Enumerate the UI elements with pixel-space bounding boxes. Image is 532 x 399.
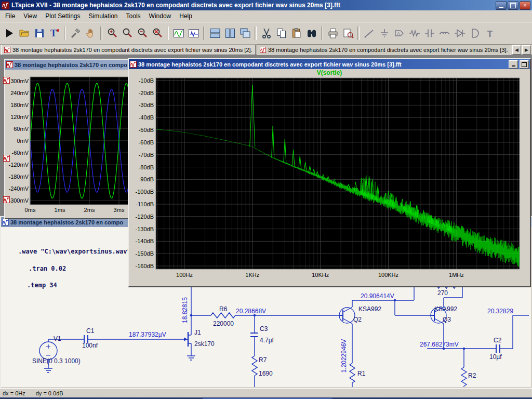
toolbar-print-button[interactable] — [325, 26, 340, 41]
minimize-button[interactable] — [496, 1, 507, 10]
menu-plot-settings[interactable]: Plot Settings — [41, 11, 84, 21]
open-icon — [18, 27, 31, 39]
text-tool-icon: T — [48, 27, 61, 39]
menu-file[interactable]: File — [1, 11, 19, 21]
toolbar-tile-vertical-button[interactable] — [222, 26, 237, 41]
toolbar-text-button[interactable]: T — [482, 26, 497, 41]
toolbar-zoom-cancel-button[interactable] — [150, 26, 165, 41]
copy-icon — [275, 27, 288, 39]
toolbar-net-label-button[interactable]: A — [392, 26, 407, 41]
tab-1[interactable]: 38 montage hephaistos 2sk170 en compodan… — [1, 45, 256, 55]
svg-text:20.28668V: 20.28668V — [236, 308, 266, 315]
svg-text:-160dB: -160dB — [136, 263, 154, 269]
svg-text:20.32829: 20.32829 — [487, 308, 513, 315]
plot-doc-icon — [6, 61, 13, 68]
titlebar[interactable]: LTspice XVII - 38 montage hephaistos 2sk… — [0, 0, 532, 10]
save-icon — [33, 27, 46, 39]
svg-text:R1: R1 — [357, 370, 366, 377]
svg-text:20.906414V: 20.906414V — [361, 292, 394, 300]
toolbar-pan-button[interactable] — [83, 26, 98, 41]
menu-tools[interactable]: Tools — [122, 11, 145, 21]
toolbar-wire-button[interactable] — [362, 26, 377, 41]
svg-text:-300mV: -300mV — [8, 197, 29, 204]
toolbar-zoom-out-button[interactable] — [135, 26, 150, 41]
toolbar-find-button[interactable] — [304, 26, 319, 41]
toolbar-save-button[interactable] — [32, 26, 47, 41]
toolbar-paste-button[interactable] — [289, 26, 304, 41]
svg-text:0mV: 0mV — [17, 138, 29, 144]
plot-doc-icon — [260, 47, 266, 53]
plot-doc-icon[interactable] — [3, 155, 10, 162]
toolbar-ground-button[interactable] — [377, 26, 392, 41]
svg-text:1.2022946V: 1.2022946V — [340, 339, 348, 373]
svg-text:-110dB: -110dB — [136, 201, 154, 207]
toolbar-inductor-button[interactable] — [437, 26, 452, 41]
toolbar-open-button[interactable] — [17, 26, 32, 41]
toolbar-text-tool-button[interactable]: T — [47, 26, 62, 41]
svg-text:1ms: 1ms — [55, 207, 65, 213]
toolbar-diode-button[interactable] — [452, 26, 467, 41]
tab-scroll-right[interactable]: ▶ — [522, 45, 531, 55]
statusbar: dx = 0Hz dy = 0.0dB — [0, 388, 532, 397]
close-button[interactable]: × — [520, 1, 530, 10]
fft-minimize-button[interactable] — [509, 60, 518, 69]
toolbar-tile-horizontal-button[interactable] — [207, 26, 222, 41]
zoom-out-icon — [136, 27, 149, 39]
svg-text:KSA992: KSA992 — [358, 305, 381, 313]
toolbar-schematic-pane-button[interactable] — [186, 26, 201, 41]
toolbar-separator — [64, 26, 66, 40]
svg-text:100KHz: 100KHz — [378, 272, 398, 278]
fft-window-title: 38 montage hephaistos 2sk170 en compodan… — [138, 61, 507, 68]
toolbar-plot-pane-button[interactable] — [171, 26, 186, 41]
svg-text:300mV: 300mV — [10, 78, 29, 84]
tab-2[interactable]: 38 montage hephaistos 2sk170 en compodan… — [257, 45, 511, 55]
toolbar-control-panel-button[interactable] — [68, 26, 83, 41]
svg-text:C2: C2 — [494, 337, 502, 344]
svg-text:-120dB: -120dB — [136, 214, 154, 220]
toolbar: TAT — [0, 22, 532, 45]
fft-plot[interactable]: -10dB-20dB-30dB-40dB-50dB-60dB-70dB-80dB… — [129, 77, 528, 284]
menu-view[interactable]: View — [19, 11, 41, 21]
svg-text:-130dB: -130dB — [136, 226, 154, 232]
toolbar-resistor-button[interactable] — [407, 26, 422, 41]
svg-text:1690: 1690 — [259, 370, 273, 377]
svg-text:240mV: 240mV — [10, 90, 29, 96]
svg-text:2ms: 2ms — [84, 207, 95, 213]
svg-text:-60dB: -60dB — [139, 139, 154, 145]
plot-doc-icon[interactable] — [3, 77, 10, 84]
toolbar-cascade-button[interactable] — [237, 26, 252, 41]
zoom-in-icon — [106, 27, 118, 39]
menu-window[interactable]: Window — [145, 11, 176, 21]
inductor-icon — [438, 27, 451, 39]
tab-scroll-left[interactable]: ◀ — [512, 45, 521, 55]
paste-icon — [290, 27, 303, 39]
diode-icon — [454, 27, 466, 39]
plot-doc-icon — [130, 61, 137, 68]
fft-maximize-button[interactable] — [520, 60, 529, 69]
fft-window-titlebar[interactable]: 38 montage hephaistos 2sk170 en compodan… — [129, 59, 530, 69]
toolbar-copy-button[interactable] — [274, 26, 289, 41]
svg-text:267.68273mV: 267.68273mV — [420, 341, 459, 348]
toolbar-zoom-in-button[interactable] — [104, 26, 119, 41]
toolbar-component-button[interactable] — [467, 26, 482, 41]
menu-simulation[interactable]: Simulation — [85, 11, 122, 21]
plot-doc-icon[interactable] — [3, 196, 10, 204]
svg-text:T: T — [50, 28, 56, 38]
menu-help[interactable]: Help — [175, 11, 196, 21]
toolbar-cut-button[interactable] — [259, 26, 274, 41]
svg-text:18.82815: 18.82815 — [181, 297, 189, 323]
svg-text:100Hz: 100Hz — [176, 272, 193, 278]
svg-text:120mV: 120mV — [10, 114, 29, 120]
maximize-button[interactable] — [508, 1, 518, 10]
menubar: FileViewPlot SettingsSimulationToolsWind… — [0, 10, 532, 22]
plot-doc-icon — [4, 47, 10, 53]
toolbar-zoom-full-button[interactable] — [119, 26, 135, 41]
schematic-pane-icon — [188, 27, 200, 39]
svg-text:-60mV: -60mV — [12, 150, 29, 156]
toolbar-run-button[interactable] — [2, 26, 17, 41]
print-preview-icon — [342, 27, 354, 39]
print-icon — [327, 27, 339, 39]
resistor-icon — [408, 27, 421, 39]
toolbar-capacitor-button[interactable] — [422, 26, 437, 41]
toolbar-print-preview-button[interactable] — [340, 26, 355, 41]
